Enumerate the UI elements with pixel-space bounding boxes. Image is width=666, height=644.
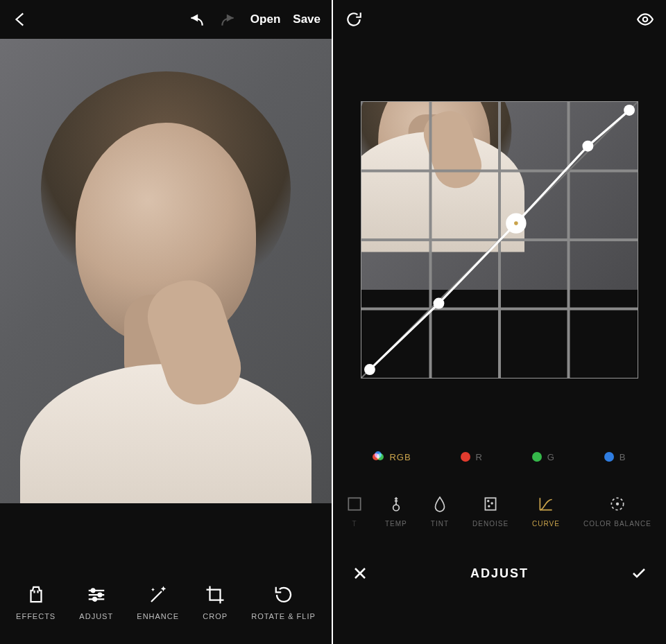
open-button[interactable]: Open <box>250 12 280 26</box>
editor-canvas[interactable] <box>0 39 332 503</box>
svg-point-3 <box>643 17 648 22</box>
save-button[interactable]: Save <box>293 12 321 26</box>
channel-label: R <box>476 452 483 462</box>
adjust-label: TINT <box>431 520 449 528</box>
adjust-label: DENOISE <box>472 520 509 528</box>
adjust-tool-color-balance[interactable]: COLOR BALANCE <box>583 495 651 528</box>
tool-label: ADJUST <box>79 612 113 620</box>
topbar-right <box>333 0 666 39</box>
adjust-label: T <box>352 520 357 528</box>
adjust-label: CURVE <box>532 520 560 528</box>
tool-label: EFFECTS <box>16 612 56 620</box>
reset-icon[interactable] <box>344 10 364 29</box>
tool-crop[interactable]: CROP <box>203 584 228 620</box>
channel-g[interactable]: G <box>532 452 555 462</box>
svg-point-0 <box>91 589 94 592</box>
tool-rotate-flip[interactable]: ROTATE & FLIP <box>251 584 316 620</box>
adjust-label: COLOR BALANCE <box>583 520 651 528</box>
tool-enhance[interactable]: ENHANCE <box>137 584 179 620</box>
svg-point-15 <box>491 503 493 504</box>
curve-point[interactable] <box>582 141 593 152</box>
tool-effects[interactable]: EFFECTS <box>16 584 56 620</box>
channel-label: RGB <box>389 452 411 462</box>
rgb-icon <box>373 451 384 462</box>
tool-label: ROTATE & FLIP <box>251 612 316 620</box>
confirm-bar: ADJUST <box>333 549 666 598</box>
channel-selector-row: RGB R G B <box>333 441 666 473</box>
panel-title: ADJUST <box>370 566 629 581</box>
tool-label: ENHANCE <box>137 612 179 620</box>
back-icon[interactable] <box>11 10 31 29</box>
adjust-tool-temp[interactable]: TEMP <box>385 495 407 528</box>
cancel-button[interactable] <box>350 563 370 584</box>
svg-point-14 <box>488 500 489 501</box>
channel-rgb[interactable]: RGB <box>373 451 411 462</box>
adjust-tool-curve[interactable]: CURVE <box>532 495 560 528</box>
channel-label: G <box>547 452 555 462</box>
green-dot-icon <box>532 452 542 462</box>
curve-line[interactable] <box>361 102 638 378</box>
adjust-tool-tint[interactable]: TINT <box>431 495 449 528</box>
channel-label: B <box>620 452 626 462</box>
preview-icon[interactable] <box>635 10 655 29</box>
undo-icon[interactable] <box>187 10 206 29</box>
svg-point-16 <box>488 505 490 507</box>
redo-icon <box>219 10 238 29</box>
channel-r[interactable]: R <box>461 452 483 462</box>
editor-adjust-screen: RGB R G B T TEMP <box>333 0 666 644</box>
channel-b[interactable]: B <box>604 452 626 462</box>
svg-point-2 <box>93 598 96 601</box>
tool-adjust[interactable]: ADJUST <box>79 584 113 620</box>
curve-point[interactable] <box>364 364 375 375</box>
svg-rect-11 <box>348 498 360 510</box>
svg-point-1 <box>98 593 101 597</box>
curve-point[interactable] <box>624 105 635 116</box>
adjust-label: TEMP <box>385 520 407 528</box>
svg-rect-13 <box>485 498 495 510</box>
svg-point-18 <box>616 502 619 505</box>
curve-grid[interactable] <box>361 101 638 378</box>
main-tools-row: EFFECTS ADJUST ENHANCE CROP ROTATE & FLI… <box>0 568 332 644</box>
curve-point[interactable] <box>510 217 522 229</box>
svg-point-12 <box>393 505 400 511</box>
curve-editor-area <box>333 39 666 441</box>
adjust-tool-partial[interactable]: T <box>348 495 361 528</box>
curve-point[interactable] <box>433 298 444 309</box>
red-dot-icon <box>461 452 470 462</box>
adjust-tool-denoise[interactable]: DENOISE <box>472 495 509 528</box>
photo-content <box>0 39 332 503</box>
editor-main-screen: Open Save EFFECTS ADJUST ENHANCE <box>0 0 333 644</box>
topbar-left: Open Save <box>0 0 332 39</box>
adjust-tools-row: T TEMP TINT DENOISE CURVE COLOR BALANCE <box>333 473 666 549</box>
blue-dot-icon <box>604 452 614 462</box>
apply-button[interactable] <box>629 563 649 584</box>
tool-label: CROP <box>203 612 228 620</box>
